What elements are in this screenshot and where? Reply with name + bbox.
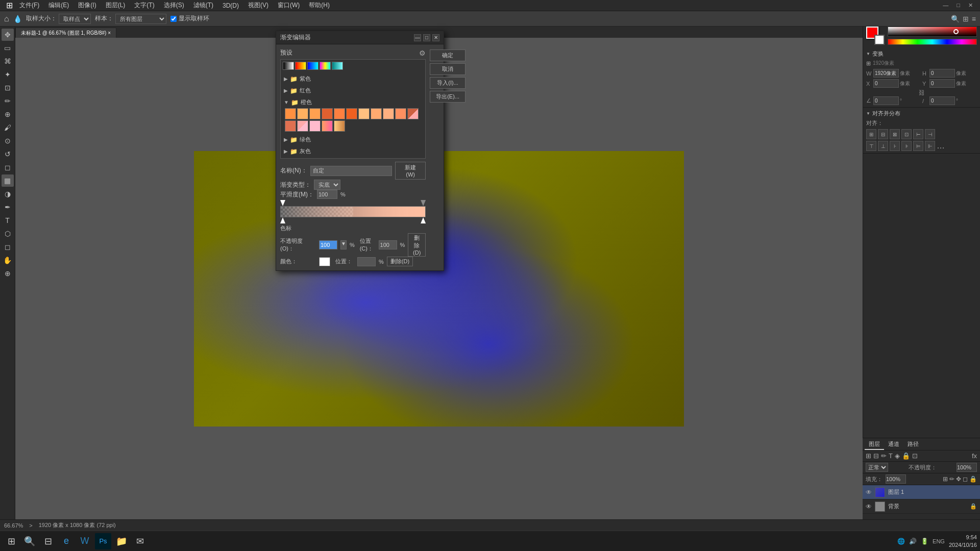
swatch-bc[interactable] — [307, 62, 318, 70]
color-stop-left[interactable] — [280, 217, 285, 223]
x-input[interactable] — [873, 79, 899, 88]
orange-swatch-0[interactable] — [285, 108, 296, 119]
menu-window[interactable]: 窗口(W) — [274, 0, 304, 11]
align-header[interactable]: ▼ 对齐并分布 — [866, 110, 977, 117]
task-view-btn[interactable]: ⊟ — [40, 533, 56, 549]
hue-slider[interactable] — [888, 39, 977, 45]
ge-opacity-dropdown[interactable]: ▼ — [340, 240, 347, 249]
preset-group-gray-header[interactable]: ▶ 📁 灰色 — [283, 146, 423, 156]
ge-name-input[interactable] — [310, 166, 392, 176]
filter-icon[interactable]: ⊞ — [866, 452, 871, 460]
more-options-icon[interactable]: … — [937, 141, 945, 151]
sample-size-select[interactable]: 取样点 — [59, 14, 91, 24]
ge-minimize-btn[interactable]: — — [414, 34, 421, 41]
show-ring-checkbox[interactable] — [170, 16, 177, 22]
fx-icon[interactable]: fx — [972, 452, 977, 460]
opacity-stop-left[interactable] — [280, 200, 285, 206]
word-icon[interactable]: W — [77, 533, 93, 549]
swatch-bw[interactable] — [283, 62, 294, 70]
align-bottom-btn[interactable]: ⊣ — [925, 129, 935, 139]
swatch-ry[interactable] — [295, 62, 306, 70]
align-right-btn[interactable]: ⊠ — [890, 129, 900, 139]
ge-gradient-bar[interactable] — [280, 206, 426, 217]
swatch-rainbow[interactable] — [320, 62, 331, 70]
ge-type-select[interactable]: 实底 — [314, 180, 340, 190]
lock-position-icon[interactable]: ✥ — [956, 475, 961, 483]
orange-swatch-2[interactable] — [309, 108, 321, 119]
sample-select[interactable]: 所有图层 — [115, 14, 166, 24]
orange-swatch-8[interactable] — [383, 108, 394, 119]
lock-transparent-icon[interactable]: ⊞ — [943, 475, 948, 483]
eraser-tool[interactable]: ◻ — [2, 161, 14, 173]
orange-swatch-7[interactable] — [371, 108, 382, 119]
color-spectrum[interactable] — [888, 27, 977, 37]
file-explorer-icon[interactable]: 📁 — [113, 533, 130, 549]
angle-input[interactable] — [873, 96, 899, 105]
orange-swatch-11[interactable] — [285, 120, 296, 132]
vector-tool-icon[interactable]: ✏ — [881, 452, 887, 460]
arrange-icon[interactable]: ⊞ — [963, 15, 969, 23]
document-tab[interactable]: 未标题-1 @ 66.67% (图层 1, RGB/8#) × — [15, 28, 116, 38]
layer1-visibility-icon[interactable]: 👁 — [866, 489, 872, 496]
move-tool[interactable]: ✥ — [2, 29, 14, 41]
orange-swatch-9[interactable] — [395, 108, 406, 119]
align-left-btn[interactable]: ⊞ — [866, 129, 876, 139]
transform-header[interactable]: ▼ 变换 — [866, 50, 977, 58]
blend-mode-select[interactable]: 正常 — [866, 463, 888, 472]
close-btn[interactable]: ✕ — [965, 1, 976, 10]
fill-input[interactable] — [886, 474, 906, 484]
swatch-teal[interactable] — [332, 62, 343, 70]
layer-item-layer1[interactable]: 👁 图层 1 — [863, 485, 980, 499]
orange-swatch-1[interactable] — [297, 108, 308, 119]
preset-group-clouds-header[interactable]: ▶ 📁 云彩 — [283, 158, 423, 159]
volume-icon[interactable]: 🔊 — [909, 538, 917, 545]
lock-all-icon[interactable]: 🔒 — [969, 475, 977, 483]
ge-opacity-delete-btn[interactable]: 删除(D) — [408, 233, 426, 257]
text-tool-icon[interactable]: T — [889, 452, 893, 460]
preset-group-orange-header[interactable]: ▼ 📁 橙色 — [283, 97, 423, 107]
tab-channels[interactable]: 通道 — [884, 439, 903, 450]
ge-confirm-btn[interactable]: 确定 — [430, 49, 465, 61]
text-tool[interactable]: T — [2, 214, 14, 227]
color-stop-right[interactable] — [421, 217, 426, 223]
orange-swatch-10[interactable] — [407, 108, 419, 119]
menu-file[interactable]: 文件(F) — [15, 0, 43, 11]
ge-color-delete-btn[interactable]: 删除(D) — [387, 257, 413, 266]
spot-heal-tool[interactable]: ⊕ — [2, 108, 14, 120]
ge-new-btn[interactable]: 新建(W) — [395, 162, 426, 180]
lasso-tool[interactable]: ⌘ — [2, 55, 14, 67]
orange-swatch-4[interactable] — [334, 108, 345, 119]
ge-import-btn[interactable]: 导入(I)... — [430, 77, 465, 89]
ge-color-location-input[interactable] — [357, 257, 376, 266]
adjustment-layer-icon[interactable]: ◈ — [895, 452, 900, 460]
dist-center-v-btn[interactable]: ⊨ — [913, 141, 923, 151]
orange-swatch-13[interactable] — [309, 120, 321, 132]
ge-settings-icon[interactable]: ⚙ — [419, 49, 426, 57]
menu-help[interactable]: 帮助(H) — [305, 0, 334, 11]
chain-link-icon[interactable]: ⛓ — [919, 89, 925, 96]
preset-group-green-header[interactable]: ▶ 📁 绿色 — [283, 135, 423, 144]
taskbar-clock[interactable]: 9:54 2024/10/16 — [949, 534, 977, 548]
dodge-tool[interactable]: ◑ — [2, 188, 14, 200]
dist-center-h-btn[interactable]: ⊥ — [878, 141, 888, 151]
menu-select[interactable]: 选择(S) — [160, 0, 188, 11]
opacity-input[interactable] — [957, 463, 977, 472]
ge-export-btn[interactable]: 导出(E)... — [430, 91, 465, 103]
opacity-stop-right[interactable] — [421, 200, 426, 206]
search-icon[interactable]: 🔍 — [951, 15, 960, 23]
menu-view[interactable]: 视图(V) — [244, 0, 273, 11]
panel-toggle-icon[interactable]: ≡ — [972, 15, 976, 23]
dist-bottom-btn[interactable]: ⊩ — [925, 141, 935, 151]
spectrum-picker[interactable] — [953, 29, 959, 34]
ge-close-btn[interactable]: ✕ — [432, 34, 439, 41]
pixel-icon[interactable]: ⊞ — [866, 60, 871, 67]
orange-swatch-14[interactable] — [322, 120, 333, 132]
lock-icon[interactable]: 🔒 — [902, 452, 910, 460]
search-btn[interactable]: 🔍 — [21, 533, 38, 549]
dist-left-btn[interactable]: ⊤ — [866, 141, 876, 151]
orange-swatch-15[interactable] — [334, 120, 345, 132]
zoom-tool[interactable]: ⊕ — [2, 267, 14, 280]
ge-opacity-location-input[interactable] — [379, 240, 397, 249]
maximize-btn[interactable]: □ — [953, 1, 963, 10]
path-tool[interactable]: ⬡ — [2, 228, 14, 240]
